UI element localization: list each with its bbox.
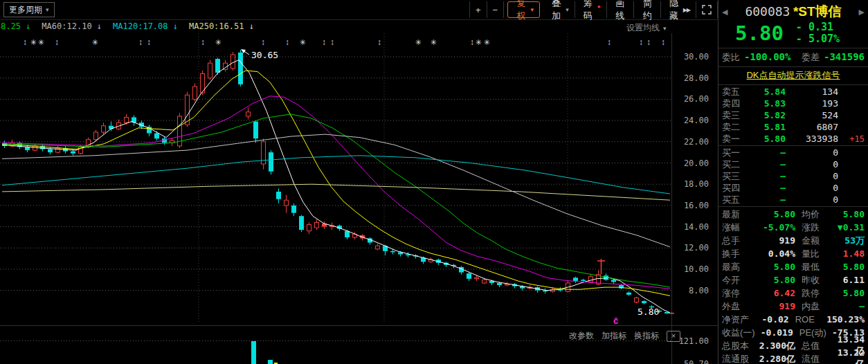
ask-row[interactable]: 卖四5.83193 [718, 98, 868, 109]
set-ma-label: 设置均线 [626, 22, 660, 34]
overlay-label: 叠加 [549, 0, 563, 22]
fast-forward-icon: ▶▶ [683, 7, 690, 13]
weibi-label: 委比 [722, 51, 740, 64]
quote-panel: ◀ 600083 *ST博信 ▶ 5.80 - 0.31 - 5.07% 委比 … [718, 0, 868, 364]
price-change-pct: - 5.07% [796, 33, 840, 45]
svg-text:↕: ↕ [55, 37, 59, 47]
svg-text:✳: ✳ [415, 38, 421, 46]
last-price: 5.80 [735, 21, 784, 45]
stat-row: 外盘919内盘— [718, 300, 868, 313]
order-book: 卖五5.84134卖四5.83193卖三5.82524卖二5.816807卖一5… [718, 86, 868, 206]
chevron-down-icon: ▾ [46, 6, 49, 13]
svg-text:ĉ: ĉ [613, 316, 618, 326]
set-ma-button[interactable]: 设置均线 ▾ [626, 22, 667, 34]
overlay-button[interactable]: 叠加 ▾ [543, 1, 575, 18]
svg-text:30.00: 30.00 [684, 52, 709, 62]
stat-row: 涨幅-5.07%涨跌▼0.31 [718, 221, 868, 234]
stat-row: 今开5.80昨收6.11 [718, 273, 868, 286]
stat-row: 流通股2.280亿流值13.22亿 [718, 352, 868, 364]
price-row: 5.80 - 0.31 - 5.07% [718, 21, 868, 47]
ma-label-2: MA120:17.08 ↓ [113, 21, 178, 32]
svg-text:50.70: 50.70 [684, 359, 709, 364]
adjust-rights-button[interactable]: 复权 ▾ [507, 1, 540, 18]
zoom-in-button[interactable]: + [469, 1, 487, 18]
svg-text:8.00: 8.00 [689, 286, 709, 295]
svg-text:26.00: 26.00 [684, 94, 709, 104]
weibi-value: -100.00% [744, 51, 790, 62]
change-params-link[interactable]: 改参数 [569, 330, 594, 342]
svg-text:↕: ↕ [285, 37, 289, 47]
bid-row[interactable]: 买四—0 [718, 182, 868, 194]
svg-text:16.00: 16.00 [684, 201, 709, 210]
hide-button[interactable]: 隐藏 ▶▶ [661, 1, 696, 18]
fullscreen-button[interactable] [696, 1, 718, 18]
svg-text:24.00: 24.00 [684, 116, 709, 125]
bid-row[interactable]: 买一—0 [718, 147, 868, 158]
ma-label-3: MA250:16.51 ↓ [189, 21, 254, 32]
weicha-value: -341596 [824, 51, 865, 62]
hide-label: 隐藏 [667, 0, 680, 22]
svg-text:30.65: 30.65 [251, 50, 278, 60]
chevron-down-icon: ▾ [530, 6, 534, 13]
svg-text:↕: ↕ [201, 37, 205, 47]
bid-row[interactable]: 买二—0 [718, 158, 868, 170]
dk-signal-link[interactable]: DK点自动提示涨跌信号 [718, 68, 868, 84]
signal-markers-layer: ↕↕↕↕↕↕↕↕↕↕↕↕↕↕↕✳✳✳✳✳✳✳✳✳ [23, 37, 665, 47]
red-dot-icon: ● [597, 3, 601, 10]
svg-text:↕: ↕ [377, 37, 381, 47]
ask-row[interactable]: 卖二5.816807 [718, 121, 868, 133]
svg-text:18.00: 18.00 [684, 179, 709, 189]
prev-stock-arrow-icon[interactable]: ◀ [721, 8, 729, 17]
ask-row[interactable]: 卖五5.84134 [718, 86, 868, 98]
svg-text:↕: ↕ [147, 37, 151, 47]
svg-text:✳: ✳ [299, 38, 305, 46]
adjust-rights-label: 复权 [514, 0, 528, 22]
svg-text:↕: ↕ [330, 37, 334, 47]
switch-indicator-link[interactable]: 换指标 [634, 330, 659, 342]
svg-text:✳: ✳ [483, 38, 489, 46]
ask-row[interactable]: 卖一5.80333938+15 [718, 133, 868, 145]
ma-lines-layer [2, 60, 670, 313]
svg-text:↕: ↕ [322, 37, 326, 47]
stock-name: *ST博信 [793, 4, 842, 19]
svg-text:✳: ✳ [215, 38, 221, 46]
svg-text:↕: ↕ [470, 37, 474, 47]
simple-mode-button[interactable]: 简约 [634, 1, 661, 18]
svg-text:10.00: 10.00 [684, 264, 709, 274]
ma-label-1: MA60:12.10 ↓ [42, 21, 102, 32]
next-stock-arrow-icon[interactable]: ▶ [858, 8, 866, 17]
chevron-down-icon: ▾ [566, 6, 569, 13]
svg-text:↕: ↕ [23, 37, 27, 47]
candles-layer [2, 50, 674, 314]
svg-text:121.00: 121.00 [679, 336, 709, 346]
svg-text:↕: ↕ [639, 37, 643, 47]
kline-chart[interactable]: 30.0028.0026.0024.0022.0020.0018.0016.00… [0, 0, 718, 364]
svg-text:5.80: 5.80 [638, 307, 659, 317]
svg-text:✳: ✳ [475, 38, 481, 46]
svg-text:20.00: 20.00 [684, 158, 709, 168]
zoom-out-button[interactable]: − [487, 1, 505, 18]
svg-text:22.00: 22.00 [684, 137, 709, 147]
fullscreen-icon [702, 5, 712, 15]
weibi-row: 委比 -100.00% 委差 -341596 [718, 49, 868, 66]
add-indicator-link[interactable]: 加指标 [602, 330, 626, 342]
bid-row[interactable]: 买五—0 [718, 194, 868, 206]
weicha-label: 委差 [802, 51, 820, 64]
draw-line-button[interactable]: 画线 [607, 1, 634, 18]
svg-text:12.00: 12.00 [684, 243, 709, 253]
stat-row: 涨停6.42跌停5.80 [718, 286, 868, 300]
close-indicator-icon[interactable]: × [667, 331, 680, 342]
chart-toolbar: + − 复权 ▾ 叠加 ▾ 筹码 ● 画线 简约 隐藏 ▶▶ [469, 1, 718, 18]
stock-app-window: 30.0028.0026.0024.0022.0020.0018.0016.00… [0, 0, 868, 364]
svg-text:↕: ↕ [661, 37, 665, 47]
svg-text:↕: ↕ [647, 37, 651, 47]
svg-text:28.00: 28.00 [684, 73, 709, 83]
more-periods-button[interactable]: 更多周期 ▾ [3, 2, 55, 17]
chips-button[interactable]: 筹码 ● [575, 1, 607, 18]
bid-row[interactable]: 买三—0 [718, 170, 868, 182]
svg-text:↕: ↕ [261, 37, 265, 47]
chips-label: 筹码 [581, 0, 595, 22]
svg-text:↕: ↕ [138, 37, 143, 47]
ask-row[interactable]: 卖三5.82524 [718, 109, 868, 121]
stat-row: 总手919金额53万 [718, 234, 868, 247]
